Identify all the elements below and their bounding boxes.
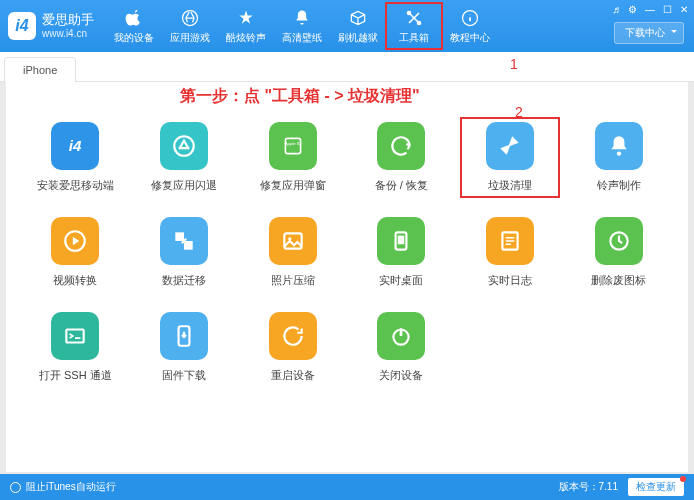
tab-iphone[interactable]: iPhone — [4, 57, 76, 82]
nav-label: 教程中心 — [450, 31, 490, 45]
block-itunes-label: 阻止iTunes自动运行 — [26, 480, 116, 494]
svg-rect-13 — [184, 241, 193, 250]
tool-label: 安装爱思移动端 — [37, 178, 114, 193]
restart-icon — [269, 312, 317, 360]
nav-label: 高清壁纸 — [282, 31, 322, 45]
svg-rect-14 — [284, 233, 301, 248]
check-update-button[interactable]: 检查更新 — [628, 478, 684, 496]
nav-music[interactable]: 酷炫铃声 — [218, 3, 274, 49]
win-close-icon[interactable]: ✕ — [680, 4, 688, 15]
tool-log[interactable]: 实时日志 — [465, 217, 556, 288]
tool-screen[interactable]: 实时桌面 — [356, 217, 447, 288]
block-itunes-toggle[interactable]: 阻止iTunes自动运行 — [10, 480, 116, 494]
svg-point-3 — [417, 21, 420, 24]
tool-label: 铃声制作 — [597, 178, 641, 193]
svg-rect-12 — [175, 232, 184, 241]
tool-sync[interactable]: 备份 / 恢复 — [356, 122, 447, 193]
tool-restart[interactable]: 重启设备 — [247, 312, 338, 383]
nav-box[interactable]: 刷机越狱 — [330, 3, 386, 49]
play-icon — [51, 217, 99, 265]
tool-label: 实时桌面 — [379, 273, 423, 288]
tool-appleid[interactable]: Apple ID修复应用弹窗 — [247, 122, 338, 193]
download-center-button[interactable]: 下载中心 — [614, 22, 684, 44]
tool-photo[interactable]: 照片压缩 — [247, 217, 338, 288]
svg-marker-11 — [73, 237, 80, 246]
app-url: www.i4.cn — [42, 28, 94, 39]
tool-label: 修复应用闪退 — [151, 178, 217, 193]
logo-badge: i4 — [8, 12, 36, 40]
app-name: 爱思助手 — [42, 13, 94, 27]
tool-migrate[interactable]: 数据迁移 — [139, 217, 230, 288]
bell2-icon — [595, 122, 643, 170]
tool-label: 备份 / 恢复 — [375, 178, 428, 193]
nav-apple[interactable]: 我的设备 — [106, 3, 162, 49]
svg-rect-17 — [398, 236, 405, 245]
tool-label: 打开 SSH 通道 — [39, 368, 112, 383]
tool-firmware[interactable]: 固件下载 — [139, 312, 230, 383]
appstore-icon — [160, 122, 208, 170]
poweroff-icon — [377, 312, 425, 360]
tool-poweroff[interactable]: 关闭设备 — [356, 312, 447, 383]
nav-label: 工具箱 — [399, 31, 429, 45]
nav-apps[interactable]: 应用游戏 — [162, 3, 218, 49]
box-icon — [347, 7, 369, 29]
tool-play[interactable]: 视频转换 — [30, 217, 121, 288]
step-marker-2: 2 — [515, 104, 523, 120]
tool-label: 照片压缩 — [271, 273, 315, 288]
tool-ssh[interactable]: 打开 SSH 通道 — [30, 312, 121, 383]
nav-label: 酷炫铃声 — [226, 31, 266, 45]
tool-broom[interactable]: 垃圾清理 — [465, 122, 556, 193]
svg-rect-20 — [67, 330, 84, 343]
delicon-icon — [595, 217, 643, 265]
bell-icon — [291, 7, 313, 29]
nav-bell[interactable]: 高清壁纸 — [274, 3, 330, 49]
tool-label: 数据迁移 — [162, 273, 206, 288]
nav-label: 应用游戏 — [170, 31, 210, 45]
apple-icon — [123, 7, 145, 29]
info-icon — [459, 7, 481, 29]
version-text: 版本号：7.11 — [559, 480, 618, 494]
i4-icon: i4 — [51, 122, 99, 170]
tool-label: 关闭设备 — [379, 368, 423, 383]
appleid-icon: Apple ID — [269, 122, 317, 170]
tools-icon — [403, 7, 425, 29]
screen-icon — [377, 217, 425, 265]
step-marker-1: 1 — [510, 56, 518, 72]
nav-info[interactable]: 教程中心 — [442, 3, 498, 49]
instruction-text: 第一步：点 "工具箱 - > 垃圾清理" — [180, 86, 420, 107]
win-max-icon[interactable]: ☐ — [663, 4, 672, 15]
tool-delicon[interactable]: 删除废图标 — [573, 217, 664, 288]
svg-text:Apple ID: Apple ID — [284, 141, 301, 146]
music-icon — [235, 7, 257, 29]
tool-label: 固件下载 — [162, 368, 206, 383]
win-min-icon[interactable]: — — [645, 4, 655, 15]
tool-label: 删除废图标 — [591, 273, 646, 288]
apps-icon — [179, 7, 201, 29]
tool-label: 视频转换 — [53, 273, 97, 288]
photo-icon — [269, 217, 317, 265]
tool-label: 重启设备 — [271, 368, 315, 383]
svg-point-9 — [616, 151, 620, 155]
svg-point-2 — [407, 11, 410, 14]
sync-icon — [377, 122, 425, 170]
nav-label: 我的设备 — [114, 31, 154, 45]
win-settings-icon[interactable]: ⚙ — [628, 4, 637, 15]
tool-label: 垃圾清理 — [488, 178, 532, 193]
nav-tools[interactable]: 工具箱 — [386, 3, 442, 49]
firmware-icon — [160, 312, 208, 360]
tool-appstore[interactable]: 修复应用闪退 — [139, 122, 230, 193]
tool-label: 修复应用弹窗 — [260, 178, 326, 193]
ssh-icon — [51, 312, 99, 360]
tool-bell2[interactable]: 铃声制作 — [573, 122, 664, 193]
migrate-icon — [160, 217, 208, 265]
broom-icon — [486, 122, 534, 170]
win-speaker-icon[interactable]: ♬ — [613, 4, 621, 15]
app-logo: i4 爱思助手 www.i4.cn — [8, 12, 94, 40]
tool-i4[interactable]: i4安装爱思移动端 — [30, 122, 121, 193]
nav-label: 刷机越狱 — [338, 31, 378, 45]
radio-icon — [10, 482, 21, 493]
svg-marker-1 — [239, 11, 252, 24]
svg-text:i4: i4 — [69, 137, 82, 154]
tool-label: 实时日志 — [488, 273, 532, 288]
log-icon — [486, 217, 534, 265]
